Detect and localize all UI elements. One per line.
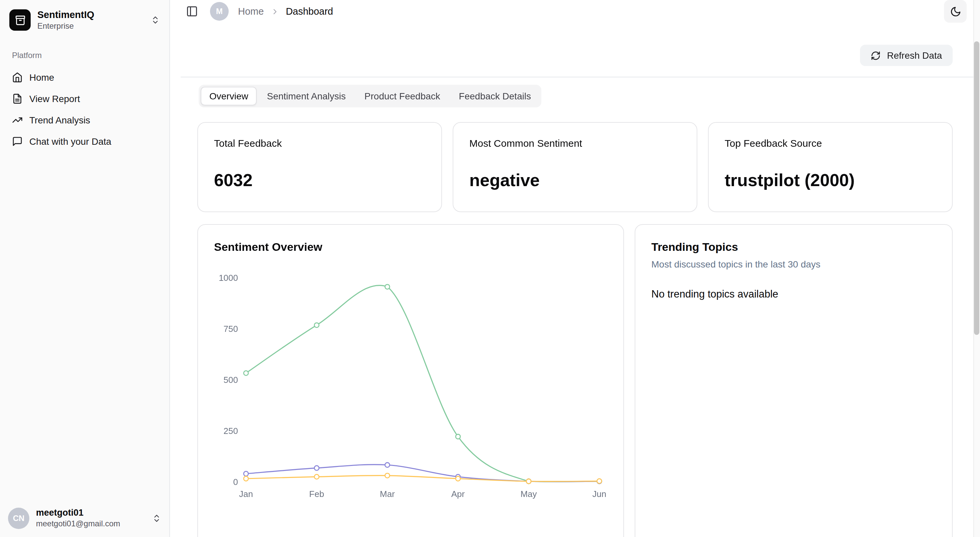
trending-up-icon bbox=[12, 115, 23, 126]
archive-icon bbox=[14, 14, 25, 25]
breadcrumb-home-link[interactable]: Home bbox=[238, 6, 264, 17]
svg-text:Jan: Jan bbox=[239, 489, 253, 499]
charts-row: Sentiment Overview 02505007501000JanFebM… bbox=[197, 224, 953, 537]
sidebar-item-trend-analysis[interactable]: Trend Analysis bbox=[7, 109, 163, 131]
moon-icon bbox=[950, 6, 961, 17]
brand-text: SentimentIQ Enterprise bbox=[37, 10, 144, 31]
stat-value: 6032 bbox=[214, 170, 425, 191]
chevron-right-icon bbox=[270, 7, 279, 16]
sidebar-section-label: Platform bbox=[7, 45, 163, 67]
svg-text:Feb: Feb bbox=[309, 489, 325, 499]
sidebar-item-label: View Report bbox=[29, 93, 80, 104]
tab-overview[interactable]: Overview bbox=[200, 87, 257, 105]
svg-text:0: 0 bbox=[233, 477, 238, 487]
page-header: Refresh Data bbox=[181, 23, 980, 77]
svg-text:Mar: Mar bbox=[380, 489, 395, 499]
svg-text:250: 250 bbox=[224, 426, 238, 436]
svg-text:May: May bbox=[520, 489, 537, 499]
file-text-icon bbox=[12, 93, 23, 104]
stat-title: Total Feedback bbox=[214, 137, 425, 149]
sidebar: SentimentIQ Enterprise Platform Home Vie… bbox=[0, 0, 170, 537]
brand-plan: Enterprise bbox=[37, 21, 144, 31]
brand-name: SentimentIQ bbox=[37, 10, 144, 21]
scrollbar-track[interactable] bbox=[973, 0, 980, 537]
sidebar-item-view-report[interactable]: View Report bbox=[7, 88, 163, 109]
chevrons-up-down-icon[interactable] bbox=[151, 15, 160, 25]
sidebar-nav: Home View Report Trend Analysis Chat wit… bbox=[7, 67, 163, 152]
svg-text:1000: 1000 bbox=[219, 273, 238, 283]
topbar: M Home Dashboard bbox=[170, 0, 980, 23]
empty-state-text: No trending topics available bbox=[651, 288, 936, 300]
stat-card-most-common-sentiment: Most Common Sentiment negative bbox=[453, 122, 697, 212]
tab-sentiment-analysis[interactable]: Sentiment Analysis bbox=[258, 87, 355, 105]
stat-title: Most Common Sentiment bbox=[469, 137, 681, 149]
scrollbar-thumb[interactable] bbox=[974, 41, 979, 335]
app-root: SentimentIQ Enterprise Platform Home Vie… bbox=[0, 0, 980, 537]
sidebar-item-label: Home bbox=[29, 72, 54, 83]
dashboard-tabs: Overview Sentiment Analysis Product Feed… bbox=[199, 85, 542, 107]
refresh-button-label: Refresh Data bbox=[887, 50, 942, 61]
sidebar-item-label: Trend Analysis bbox=[29, 115, 90, 126]
svg-text:Jun: Jun bbox=[592, 489, 606, 499]
user-menu[interactable]: CN meetgoti01 meetgoti01@gmail.com bbox=[0, 500, 169, 537]
message-icon bbox=[12, 136, 23, 147]
tab-product-feedback[interactable]: Product Feedback bbox=[356, 87, 449, 105]
stat-value: negative bbox=[469, 170, 681, 191]
header-avatar[interactable]: M bbox=[210, 2, 229, 21]
sentiment-line-chart: 02505007501000JanFebMarAprMayJun bbox=[214, 262, 609, 510]
sidebar-toggle-button[interactable] bbox=[183, 3, 200, 20]
svg-text:500: 500 bbox=[224, 375, 238, 385]
workspace-switcher[interactable]: SentimentIQ Enterprise bbox=[0, 0, 169, 40]
trending-topics-card: Trending Topics Most discussed topics in… bbox=[635, 224, 953, 537]
user-meta: meetgoti01 meetgoti01@gmail.com bbox=[36, 508, 145, 529]
main-area: M Home Dashboard Refresh Data Overview S… bbox=[170, 0, 980, 537]
user-name: meetgoti01 bbox=[36, 508, 145, 519]
stat-title: Top Feedback Source bbox=[725, 137, 936, 149]
refresh-data-button[interactable]: Refresh Data bbox=[860, 45, 953, 66]
stat-value: trustpilot (2000) bbox=[725, 170, 936, 191]
user-avatar: CN bbox=[8, 508, 29, 529]
home-icon bbox=[12, 72, 23, 83]
sidebar-platform-section: Platform Home View Report Trend Analysis… bbox=[0, 40, 169, 158]
user-email: meetgoti01@gmail.com bbox=[36, 519, 145, 529]
svg-text:750: 750 bbox=[224, 324, 238, 334]
sentiment-overview-card: Sentiment Overview 02505007501000JanFebM… bbox=[197, 224, 624, 537]
card-title: Trending Topics bbox=[651, 241, 936, 254]
chevrons-up-down-icon[interactable] bbox=[152, 514, 161, 523]
card-subtitle: Most discussed topics in the last 30 day… bbox=[651, 259, 936, 269]
theme-toggle-button[interactable] bbox=[944, 0, 967, 23]
stat-card-top-feedback-source: Top Feedback Source trustpilot (2000) bbox=[708, 122, 953, 212]
tab-feedback-details[interactable]: Feedback Details bbox=[450, 87, 540, 105]
brand-logo bbox=[10, 10, 31, 31]
breadcrumb-current: Dashboard bbox=[286, 6, 333, 17]
stat-card-total-feedback: Total Feedback 6032 bbox=[197, 122, 442, 212]
sidebar-item-home[interactable]: Home bbox=[7, 67, 163, 88]
chart-title: Sentiment Overview bbox=[214, 241, 607, 254]
stat-cards-row: Total Feedback 6032 Most Common Sentimen… bbox=[197, 122, 953, 212]
sidebar-item-chat-with-data[interactable]: Chat with your Data bbox=[7, 131, 163, 152]
panel-left-icon bbox=[186, 5, 198, 18]
breadcrumb: Home Dashboard bbox=[238, 6, 333, 17]
sidebar-item-label: Chat with your Data bbox=[29, 136, 111, 147]
refresh-icon bbox=[870, 50, 880, 61]
svg-text:Apr: Apr bbox=[451, 489, 465, 499]
